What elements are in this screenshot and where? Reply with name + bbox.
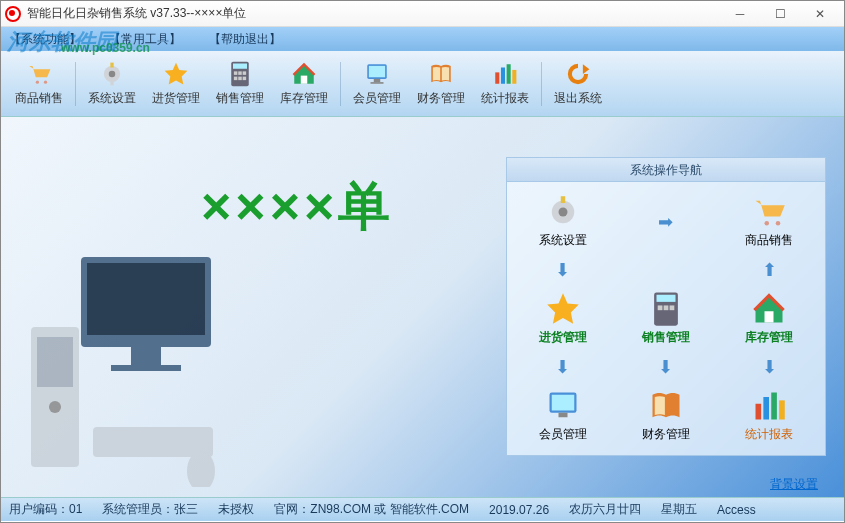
toolbar-purchase-label: 进货管理 xyxy=(152,90,200,107)
titlebar: 智能日化日杂销售系统 v37.33--××××单位 ─ ☐ ✕ xyxy=(1,1,844,27)
star-icon xyxy=(162,60,190,88)
cart-icon xyxy=(751,194,787,230)
menubar: 河东软件园 www.pc0359.cn 【系统功能】 【常用工具】 【帮助退出】 xyxy=(1,27,844,51)
svg-rect-48 xyxy=(772,393,778,420)
svg-rect-49 xyxy=(779,400,785,419)
svg-point-29 xyxy=(49,401,61,413)
nav-panel-title: 系统操作导航 xyxy=(507,158,825,182)
toolbar-purchase[interactable]: 进货管理 xyxy=(146,55,206,113)
app-icon xyxy=(5,6,21,22)
toolbar-sell[interactable]: 销售管理 xyxy=(210,55,270,113)
arrow-right-icon: ➡ xyxy=(616,190,715,253)
toolbar-settings-label: 系统设置 xyxy=(88,90,136,107)
svg-rect-11 xyxy=(234,77,238,81)
nav-stock[interactable]: 库存管理 xyxy=(720,287,819,350)
status-usercode: 用户编码：01 xyxy=(9,501,82,518)
svg-rect-19 xyxy=(495,72,499,83)
status-lunar: 农历六月廿四 xyxy=(569,501,641,518)
toolbar-settings[interactable]: 系统设置 xyxy=(82,55,142,113)
toolbar-exit-label: 退出系统 xyxy=(554,90,602,107)
calculator-icon xyxy=(648,291,684,327)
brand-text: ××××单 xyxy=(201,172,394,242)
svg-rect-22 xyxy=(512,70,516,84)
nav-settings[interactable]: 系统设置 xyxy=(513,190,612,253)
toolbar-report[interactable]: 统计报表 xyxy=(475,55,535,113)
svg-rect-38 xyxy=(656,295,675,302)
computer-illustration xyxy=(21,227,241,487)
toolbar-sales[interactable]: 商品销售 xyxy=(9,55,69,113)
calculator-icon xyxy=(226,60,254,88)
house-icon xyxy=(290,60,318,88)
arrow-down-icon: ⬇ xyxy=(720,356,819,378)
nav-panel: 系统操作导航 系统设置 ➡ 商品销售 ⬇ ⬆ 进货管理 销售管理 xyxy=(506,157,826,456)
toolbar-exit[interactable]: 退出系统 xyxy=(548,55,608,113)
maximize-button[interactable]: ☐ xyxy=(760,2,800,26)
svg-rect-40 xyxy=(664,305,669,310)
svg-rect-46 xyxy=(756,404,762,420)
chart-icon xyxy=(491,60,519,88)
svg-rect-17 xyxy=(374,79,381,82)
menu-system[interactable]: 【系统功能】 xyxy=(9,31,81,48)
nav-member[interactable]: 会员管理 xyxy=(513,384,612,447)
toolbar-member-label: 会员管理 xyxy=(353,90,401,107)
svg-rect-25 xyxy=(131,347,161,365)
status-db: Access xyxy=(717,503,756,517)
toolbar-stock-label: 库存管理 xyxy=(280,90,328,107)
svg-rect-10 xyxy=(243,71,247,75)
gear-icon xyxy=(545,194,581,230)
svg-rect-7 xyxy=(233,64,247,69)
svg-rect-30 xyxy=(93,427,213,457)
nav-purchase[interactable]: 进货管理 xyxy=(513,287,612,350)
nav-finance[interactable]: 财务管理 xyxy=(616,384,715,447)
toolbar-member[interactable]: 会员管理 xyxy=(347,55,407,113)
svg-point-0 xyxy=(36,81,39,84)
svg-rect-45 xyxy=(558,413,567,418)
svg-rect-34 xyxy=(560,196,565,203)
star-icon xyxy=(545,291,581,327)
gear-icon xyxy=(98,60,126,88)
toolbar-report-label: 统计报表 xyxy=(481,90,529,107)
menu-common[interactable]: 【常用工具】 xyxy=(109,31,181,48)
toolbar: 商品销售 系统设置 进货管理 销售管理 库存管理 会员管理 财务管理 统计报表 … xyxy=(1,51,844,117)
svg-rect-28 xyxy=(37,337,73,387)
svg-rect-39 xyxy=(658,305,663,310)
book-icon xyxy=(427,60,455,88)
svg-rect-16 xyxy=(369,66,385,77)
svg-rect-47 xyxy=(764,397,770,420)
chart-icon xyxy=(751,388,787,424)
svg-rect-21 xyxy=(507,64,511,84)
arrow-up-icon: ⬆ xyxy=(720,259,819,281)
svg-rect-12 xyxy=(238,77,242,81)
minimize-button[interactable]: ─ xyxy=(720,2,760,26)
toolbar-finance-label: 财务管理 xyxy=(417,90,465,107)
nav-report[interactable]: 统计报表 xyxy=(720,384,819,447)
status-auth: 未授权 xyxy=(218,501,254,518)
toolbar-sales-label: 商品销售 xyxy=(15,90,63,107)
house-icon xyxy=(751,291,787,327)
arrow-down-icon: ⬇ xyxy=(616,356,715,378)
menu-help[interactable]: 【帮助退出】 xyxy=(209,31,281,48)
monitor-icon xyxy=(363,60,391,88)
arrow-down-icon: ⬇ xyxy=(513,259,612,281)
svg-rect-18 xyxy=(371,82,384,84)
close-button[interactable]: ✕ xyxy=(800,2,840,26)
toolbar-finance[interactable]: 财务管理 xyxy=(411,55,471,113)
window-title: 智能日化日杂销售系统 v37.33--××××单位 xyxy=(27,5,720,22)
svg-rect-42 xyxy=(765,311,774,322)
svg-rect-8 xyxy=(234,71,238,75)
svg-point-3 xyxy=(109,71,116,78)
nav-sell[interactable]: 销售管理 xyxy=(616,287,715,350)
svg-rect-20 xyxy=(501,68,505,84)
toolbar-sell-label: 销售管理 xyxy=(216,90,264,107)
svg-point-1 xyxy=(44,81,47,84)
svg-rect-26 xyxy=(111,365,181,371)
background-settings-link[interactable]: 背景设置 xyxy=(770,476,818,493)
svg-point-36 xyxy=(776,221,781,226)
status-admin: 系统管理员：张三 xyxy=(102,501,198,518)
nav-sales[interactable]: 商品销售 xyxy=(720,190,819,253)
status-weekday: 星期五 xyxy=(661,501,697,518)
svg-rect-4 xyxy=(110,63,113,68)
svg-rect-13 xyxy=(243,77,247,81)
status-date: 2019.07.26 xyxy=(489,503,549,517)
toolbar-stock[interactable]: 库存管理 xyxy=(274,55,334,113)
